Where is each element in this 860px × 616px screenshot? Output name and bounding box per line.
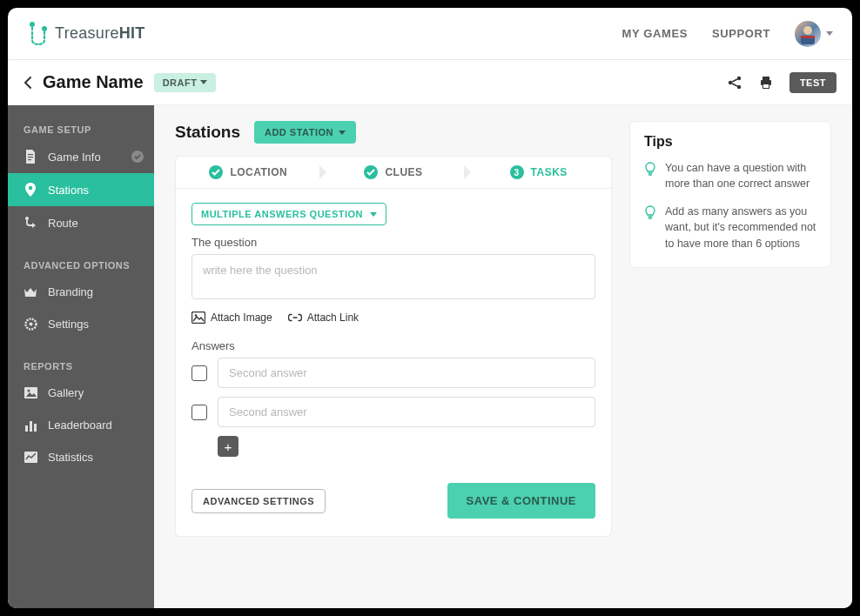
sidebar-item-label: Route <box>48 217 78 230</box>
lightbulb-icon <box>644 205 656 251</box>
link-icon <box>288 313 302 322</box>
sidebar-item-branding[interactable]: Branding <box>8 276 154 308</box>
tips-title: Tips <box>644 134 816 150</box>
user-menu[interactable] <box>795 21 833 47</box>
svg-point-19 <box>29 323 32 326</box>
step-tasks[interactable]: 3 TASKS <box>466 157 611 188</box>
answer-input[interactable] <box>218 358 595 388</box>
gear-icon <box>24 318 37 331</box>
sidebar-item-label: Settings <box>48 318 89 331</box>
chart-icon <box>24 419 37 432</box>
svg-rect-14 <box>28 159 31 160</box>
sidebar-item-game-info[interactable]: Game Info <box>8 140 154 173</box>
game-title: Game Name <box>43 72 144 92</box>
answer-input[interactable] <box>218 397 595 427</box>
svg-point-7 <box>737 84 741 88</box>
svg-rect-22 <box>25 425 28 432</box>
svg-point-5 <box>737 76 741 79</box>
app-window: TreasureHIT MY GAMES SUPPORT Game Name D… <box>8 8 852 608</box>
svg-rect-24 <box>34 424 37 432</box>
test-button[interactable]: TEST <box>789 72 836 93</box>
sidebar-item-leaderboard[interactable]: Leaderboard <box>8 409 154 441</box>
svg-rect-11 <box>763 84 769 88</box>
chevron-down-icon <box>339 131 346 135</box>
image-icon <box>191 311 205 324</box>
page-title: Stations <box>175 123 240 142</box>
check-icon <box>131 151 144 163</box>
titlebar: Game Name DRAFT TEST <box>8 60 852 105</box>
question-input[interactable] <box>191 254 595 299</box>
tip-item: Add as many answers as you want, but it'… <box>644 204 816 251</box>
answer-row <box>191 397 595 427</box>
sidebar-item-label: Gallery <box>48 386 84 399</box>
sidebar-item-label: Branding <box>48 285 93 298</box>
step-clues[interactable]: CLUES <box>321 157 467 188</box>
check-icon <box>209 165 223 179</box>
image-icon <box>24 387 37 398</box>
svg-point-17 <box>25 217 29 220</box>
sidebar-item-settings[interactable]: Settings <box>8 308 154 340</box>
svg-rect-20 <box>24 387 37 398</box>
status-badge[interactable]: DRAFT <box>154 73 217 92</box>
station-editor-card: LOCATION CLUES 3 TASKS MULTI <box>175 156 612 537</box>
chevron-down-icon <box>370 212 377 217</box>
sidebar-section-header: GAME SETUP <box>8 116 154 140</box>
svg-point-1 <box>42 26 47 31</box>
svg-point-16 <box>29 186 32 190</box>
sidebar-item-gallery[interactable]: Gallery <box>8 377 154 409</box>
svg-rect-12 <box>28 154 33 155</box>
nav-support[interactable]: SUPPORT <box>712 27 770 40</box>
svg-rect-8 <box>763 77 769 80</box>
back-button[interactable] <box>24 77 32 89</box>
step-number-badge: 3 <box>510 165 524 179</box>
nav-my-games[interactable]: MY GAMES <box>622 27 688 40</box>
stats-icon <box>24 452 37 463</box>
brand-text: TreasureHIT <box>55 24 145 43</box>
step-label: TASKS <box>531 166 568 178</box>
tip-text: You can have a question with more than o… <box>665 160 816 191</box>
avatar <box>795 21 821 47</box>
svg-point-2 <box>803 26 812 35</box>
sidebar-item-label: Statistics <box>48 451 93 464</box>
answer-checkbox[interactable] <box>191 405 207 420</box>
tips-card: Tips You can have a question with more t… <box>629 121 831 268</box>
stepper: LOCATION CLUES 3 TASKS <box>176 157 611 189</box>
sidebar-section-header: REPORTS <box>8 352 154 377</box>
tips-panel: Tips You can have a question with more t… <box>629 121 831 593</box>
answer-row <box>191 358 595 388</box>
save-continue-button[interactable]: SAVE & CONTINUE <box>447 483 595 519</box>
lightbulb-icon <box>644 162 656 191</box>
sidebar-item-stations[interactable]: Stations <box>8 173 154 206</box>
brand-logo[interactable]: TreasureHIT <box>27 21 145 47</box>
crown-icon <box>24 287 37 298</box>
svg-point-21 <box>27 390 30 392</box>
step-label: CLUES <box>385 166 422 178</box>
logo-icon <box>27 21 50 47</box>
sidebar-item-label: Stations <box>48 184 89 197</box>
answers-label: Answers <box>191 339 595 352</box>
main-content: Stations ADD STATION LOCATION <box>154 105 852 608</box>
svg-point-6 <box>729 80 732 84</box>
chevron-down-icon <box>826 31 833 36</box>
share-button[interactable] <box>727 75 742 90</box>
print-button[interactable] <box>758 75 774 90</box>
sidebar-item-route[interactable]: Route <box>8 206 154 239</box>
answer-checkbox[interactable] <box>191 365 207 381</box>
topbar-right: MY GAMES SUPPORT <box>622 21 833 47</box>
sidebar-item-label: Game Info <box>48 151 101 164</box>
sidebar-item-statistics[interactable]: Statistics <box>8 441 154 473</box>
question-type-select[interactable]: MULTIPLE ANSWERS QUESTION <box>191 203 386 225</box>
add-answer-button[interactable]: + <box>218 436 239 457</box>
attach-link-button[interactable]: Attach Link <box>288 311 359 324</box>
tip-text: Add as many answers as you want, but it'… <box>665 204 816 251</box>
svg-rect-26 <box>192 312 205 324</box>
svg-rect-4 <box>801 36 815 38</box>
svg-rect-23 <box>30 421 32 432</box>
svg-point-0 <box>30 22 35 27</box>
topbar: TreasureHIT MY GAMES SUPPORT <box>8 8 852 60</box>
attach-image-button[interactable]: Attach Image <box>191 311 272 324</box>
add-station-button[interactable]: ADD STATION <box>254 121 356 144</box>
step-location[interactable]: LOCATION <box>176 157 321 188</box>
pin-icon <box>24 183 37 197</box>
advanced-settings-button[interactable]: ADVANCED SETTINGS <box>191 489 326 513</box>
